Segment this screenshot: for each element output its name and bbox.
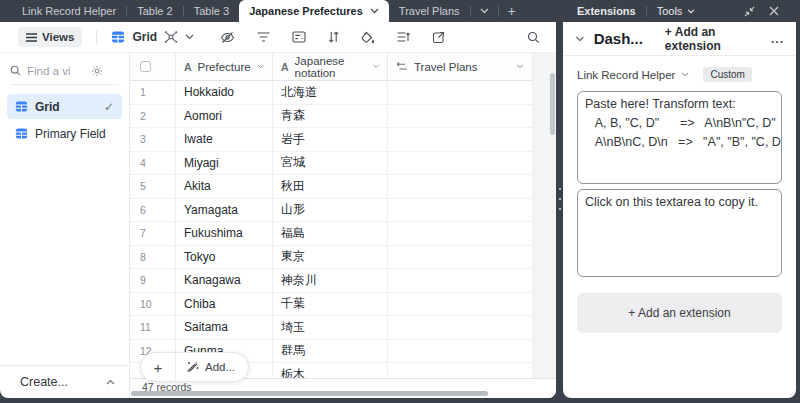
cell-prefecture[interactable]: Akita [176, 175, 273, 199]
cell-travel-plans[interactable] [388, 363, 533, 378]
tab-table-2[interactable]: Table 2 [127, 0, 182, 22]
cell-travel-plans[interactable] [388, 246, 533, 270]
chevron-down-icon[interactable] [373, 64, 379, 69]
cell-prefecture[interactable]: Hokkaido [176, 81, 273, 105]
view-search-input[interactable] [27, 65, 85, 77]
cell-prefecture[interactable]: Aomori [176, 105, 273, 129]
table-row[interactable]: 3 Iwate 岩手 [130, 128, 556, 152]
select-all-cell[interactable] [130, 53, 176, 81]
cell-japanese-notation[interactable]: 宮城 [273, 152, 388, 176]
row-number[interactable]: 11 [130, 316, 176, 340]
cell-japanese-notation[interactable]: 栃木 [273, 363, 388, 378]
sort-button[interactable] [328, 31, 339, 43]
cell-travel-plans[interactable] [388, 105, 533, 129]
cell-japanese-notation[interactable]: 千葉 [273, 293, 388, 317]
cell-prefecture[interactable]: Tokyo [176, 246, 273, 270]
tab-travel-plans[interactable]: Travel Plans [389, 0, 470, 22]
group-button[interactable] [292, 31, 306, 43]
cell-japanese-notation[interactable]: 青森 [273, 105, 388, 129]
row-number[interactable]: 2 [130, 105, 176, 129]
color-button[interactable] [361, 31, 375, 44]
tab-list-chevron-down-icon[interactable] [471, 8, 498, 14]
row-number[interactable]: 5 [130, 175, 176, 199]
cell-japanese-notation[interactable]: 北海道 [273, 81, 388, 105]
collapse-panel-icon[interactable] [737, 6, 762, 17]
cell-travel-plans[interactable] [388, 81, 533, 105]
table-row[interactable]: 11 Saitama 埼玉 [130, 316, 556, 340]
copy-output-textarea[interactable]: Click on this textarea to copy it. [577, 189, 782, 277]
search-button[interactable] [527, 31, 540, 44]
cell-travel-plans[interactable] [388, 128, 533, 152]
chevron-down-icon[interactable] [681, 72, 689, 77]
cell-japanese-notation[interactable]: 岩手 [273, 128, 388, 152]
cell-travel-plans[interactable] [388, 175, 533, 199]
source-name[interactable]: Link Record Helper [577, 69, 675, 81]
cell-japanese-notation[interactable]: 東京 [273, 246, 388, 270]
tab-japanese-prefectures[interactable]: Japanese Prefectures [239, 0, 389, 22]
filter-button[interactable] [257, 32, 270, 42]
table-row[interactable]: 9 Kanagawa 神奈川 [130, 269, 556, 293]
cell-japanese-notation[interactable]: 山形 [273, 199, 388, 223]
add-table-button[interactable]: + [499, 3, 525, 19]
table-row[interactable]: 6 Yamagata 山形 [130, 199, 556, 223]
cell-prefecture[interactable]: Kanagawa [176, 269, 273, 293]
hide-fields-button[interactable] [220, 31, 235, 44]
row-number[interactable]: 8 [130, 246, 176, 270]
cell-japanese-notation[interactable]: 秋田 [273, 175, 388, 199]
tab-table-3[interactable]: Table 3 [184, 0, 239, 22]
table-row[interactable]: 1 Hokkaido 北海道 [130, 81, 556, 105]
chevron-down-icon[interactable] [257, 64, 264, 69]
current-view[interactable]: Grid [111, 30, 194, 44]
table-row[interactable]: 7 Fukushima 福島 [130, 222, 556, 246]
table-row[interactable]: 8 Tokyo 東京 [130, 246, 556, 270]
sidebar-item-grid[interactable]: Grid ✓ [7, 94, 122, 119]
chevron-down-icon[interactable] [370, 8, 379, 14]
cell-japanese-notation[interactable]: 神奈川 [273, 269, 388, 293]
cell-prefecture[interactable]: Miyagi [176, 152, 273, 176]
vertical-scrollbar[interactable] [550, 73, 555, 135]
transform-input-textarea[interactable]: Paste here! Transform text: A, B, "C, D"… [577, 91, 782, 184]
select-all-checkbox[interactable] [140, 61, 151, 72]
row-number[interactable]: 7 [130, 222, 176, 246]
cell-travel-plans[interactable] [388, 199, 533, 223]
cell-travel-plans[interactable] [388, 293, 533, 317]
add-record-button[interactable]: + [141, 353, 176, 381]
column-header-prefecture[interactable]: A Prefecture [176, 53, 273, 81]
cell-japanese-notation[interactable]: 群馬 [273, 340, 388, 364]
row-number[interactable]: 3 [130, 128, 176, 152]
row-number[interactable]: 4 [130, 152, 176, 176]
table-row[interactable]: 10 Chiba 千葉 [130, 293, 556, 317]
chevron-down-icon[interactable] [575, 36, 585, 42]
cell-prefecture[interactable]: Fukushima [176, 222, 273, 246]
table-row[interactable]: 2 Aomori 青森 [130, 105, 556, 129]
more-options-icon[interactable]: ... [771, 32, 784, 46]
cell-travel-plans[interactable] [388, 340, 533, 364]
row-number[interactable]: 1 [130, 81, 176, 105]
gear-icon[interactable] [91, 65, 103, 77]
cell-japanese-notation[interactable]: 埼玉 [273, 316, 388, 340]
add-with-ai-button[interactable]: Add... [176, 353, 248, 381]
cell-travel-plans[interactable] [388, 316, 533, 340]
row-number[interactable]: 9 [130, 269, 176, 293]
sidebar-item-primary-field[interactable]: Primary Field [7, 121, 122, 146]
share-view-button[interactable] [432, 31, 445, 44]
row-height-button[interactable] [397, 31, 410, 43]
column-header-japanese-notation[interactable]: A Japanese notation [273, 53, 388, 81]
chevron-down-icon[interactable] [516, 64, 524, 69]
chevron-down-icon[interactable] [185, 34, 194, 40]
create-view-button[interactable]: Create... [0, 365, 129, 398]
row-number[interactable]: 6 [130, 199, 176, 223]
cell-travel-plans[interactable] [388, 269, 533, 293]
tools-menu[interactable]: Tools [657, 5, 696, 17]
table-row[interactable]: 4 Miyagi 宮城 [130, 152, 556, 176]
cell-japanese-notation[interactable]: 福島 [273, 222, 388, 246]
add-extension-link[interactable]: + Add an extension [665, 25, 771, 53]
row-number[interactable]: 10 [130, 293, 176, 317]
tab-link-record-helper[interactable]: Link Record Helper [12, 0, 126, 22]
cell-travel-plans[interactable] [388, 152, 533, 176]
cell-prefecture[interactable]: Chiba [176, 293, 273, 317]
views-button[interactable]: Views [18, 27, 82, 47]
cell-prefecture[interactable]: Saitama [176, 316, 273, 340]
column-header-travel-plans[interactable]: Travel Plans [388, 53, 533, 81]
cell-prefecture[interactable]: Iwate [176, 128, 273, 152]
